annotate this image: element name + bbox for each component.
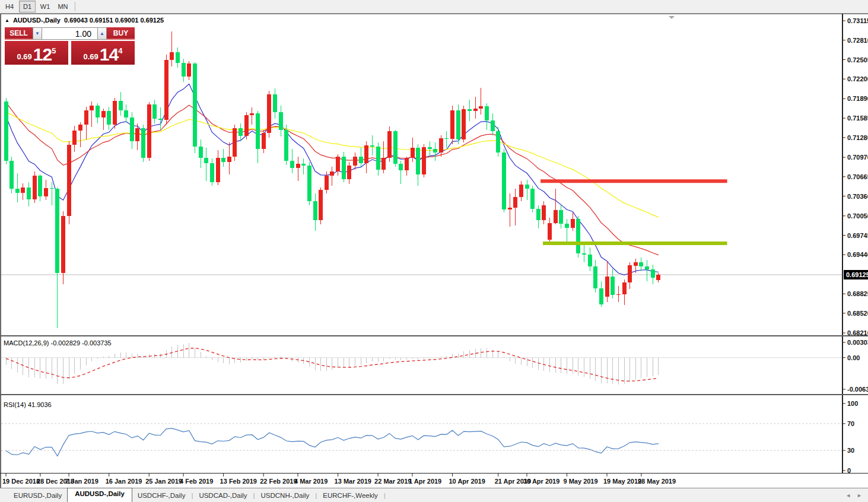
bid-price-pip: 5 [52, 41, 56, 61]
svg-text:0.73115: 0.73115 [847, 17, 868, 24]
svg-text:13 Mar 2019: 13 Mar 2019 [335, 478, 371, 485]
tab-scroll-left-icon[interactable]: ◄ [845, 493, 851, 498]
svg-text:0.69440: 0.69440 [847, 251, 868, 258]
symbol-tab-audusd[interactable]: AUDUSD-,Daily [67, 488, 132, 502]
date-axis-labels[interactable]: 19 Dec 201828 Dec 20187 Jan 201916 Jan 2… [2, 474, 676, 485]
timeframe-button-d1[interactable]: D1 [19, 1, 36, 12]
svg-text:22 Mar 2019: 22 Mar 2019 [374, 478, 411, 485]
chart-title-row: ▲ AUDUSD-,Daily 0.69043 0.69151 0.69001 … [5, 17, 164, 24]
collapse-panel-icon[interactable]: ▲ [5, 18, 9, 23]
symbol-tab-eurchf[interactable]: EURCHF-,Weekly [317, 490, 383, 501]
symbol-tab-usdchf[interactable]: USDCHF-,Daily [132, 490, 191, 501]
tab-separator: | [384, 492, 386, 499]
chart-shift-marker-icon[interactable] [669, 16, 675, 19]
svg-text:4 Mar 2019: 4 Mar 2019 [294, 478, 328, 485]
volume-decrease-icon[interactable]: ▼ [33, 27, 42, 40]
svg-text:25 Jan 2019: 25 Jan 2019 [145, 478, 182, 485]
window-left-border [0, 14, 1, 488]
macd-pane-splitter[interactable] [0, 335, 868, 336]
svg-text:19 Dec 2018: 19 Dec 2018 [2, 478, 40, 485]
svg-text:-0.006311: -0.006311 [847, 386, 868, 393]
buy-button[interactable]: BUY [107, 27, 135, 40]
volume-increase-icon[interactable]: ▲ [97, 27, 107, 40]
svg-text:9 May 2019: 9 May 2019 [564, 478, 598, 485]
svg-text:0.71280: 0.71280 [847, 134, 868, 141]
bid-price-main: 12 [33, 46, 52, 63]
tab-separator: | [315, 492, 317, 499]
svg-text:0.70665: 0.70665 [847, 173, 868, 180]
date-axis-border [0, 473, 868, 474]
svg-text:10 Apr 2019: 10 Apr 2019 [449, 478, 485, 485]
price-axis-labels[interactable]: 0.731150.728100.725050.722000.718900.715… [842, 17, 868, 336]
svg-text:22 Feb 2019: 22 Feb 2019 [260, 478, 297, 485]
svg-text:19 May 2019: 19 May 2019 [603, 478, 641, 485]
rsi-line [6, 428, 659, 456]
rsi-indicator-label: RSI(14) 41.9036 [4, 401, 52, 408]
svg-text:30 Apr 2019: 30 Apr 2019 [523, 478, 559, 485]
symbol-tab-usdcad[interactable]: USDCAD-,Daily [193, 490, 252, 501]
svg-text:0.72200: 0.72200 [847, 75, 868, 82]
timeframe-toolbar: H4 D1 W1 MN [0, 0, 868, 14]
macd-axis-labels[interactable]: 0.0030350.00-0.006311 [842, 339, 868, 393]
symbol-tab-bar: EURUSD-,DailyAUDUSD-,DailyUSDCHF-,Daily|… [0, 488, 868, 502]
ask-price-prefix: 0.69 [84, 51, 98, 63]
svg-text:0.70970: 0.70970 [847, 154, 868, 161]
one-click-trading-panel: SELL ▼ ▲ BUY 0.69 12 5 0.69 14 4 [5, 27, 135, 65]
macd-indicator-label: MACD(12,26,9) -0.002829 -0.003735 [4, 339, 112, 347]
tab-separator: | [253, 492, 255, 499]
svg-text:0.72505: 0.72505 [847, 56, 868, 63]
svg-text:0.68825: 0.68825 [847, 290, 868, 297]
tab-scroll-right-icon[interactable]: ► [857, 493, 862, 498]
svg-text:0.70050: 0.70050 [847, 212, 868, 220]
timeframe-button-w1[interactable]: W1 [37, 1, 53, 12]
svg-text:0.69745: 0.69745 [847, 232, 868, 239]
tab-separator: | [191, 492, 193, 499]
svg-text:0.70360: 0.70360 [847, 193, 868, 200]
svg-text:0.69125: 0.69125 [846, 271, 868, 278]
svg-text:0.68520: 0.68520 [847, 310, 868, 317]
svg-text:70: 70 [847, 420, 854, 427]
sell-button[interactable]: SELL [5, 27, 33, 40]
ma-slow-line [6, 112, 659, 218]
svg-text:30: 30 [847, 447, 854, 454]
svg-text:0.00: 0.00 [847, 354, 860, 361]
current-price-axis-box: 0.69125 [844, 270, 868, 279]
svg-text:0.003035: 0.003035 [847, 339, 868, 346]
rsi-pane-splitter[interactable] [0, 394, 868, 395]
ask-price-pip: 4 [118, 41, 122, 61]
timeframe-button-h4[interactable]: H4 [1, 1, 18, 12]
svg-text:7 Jan 2019: 7 Jan 2019 [65, 478, 98, 485]
tab-scroll-arrows: ◄ ► [845, 493, 862, 498]
price-axis-border [842, 14, 843, 473]
chart-canvas[interactable]: 0.731150.728100.725050.722000.718900.715… [0, 0, 868, 502]
svg-text:13 Feb 2019: 13 Feb 2019 [220, 478, 257, 485]
chart-symbol-label: AUDUSD-,Daily [13, 17, 61, 24]
svg-text:0.71890: 0.71890 [847, 95, 868, 102]
timeframe-button-mn[interactable]: MN [55, 1, 71, 12]
svg-text:0.71585: 0.71585 [847, 115, 868, 122]
ask-price-main: 14 [100, 46, 118, 63]
svg-text:1 Apr 2019: 1 Apr 2019 [409, 478, 441, 485]
svg-text:0.72810: 0.72810 [847, 37, 868, 44]
volume-input[interactable] [42, 27, 97, 40]
macd-histogram [6, 343, 659, 385]
bid-price-box[interactable]: 0.69 12 5 [5, 41, 68, 65]
symbol-tab-usdcnh[interactable]: USDCNH-,Daily [256, 490, 315, 501]
chart-ohlc-values: 0.69043 0.69151 0.69001 0.69125 [64, 17, 164, 24]
ask-price-box[interactable]: 0.69 14 4 [71, 41, 135, 65]
toolbar-separator [75, 2, 75, 11]
rsi-axis-labels[interactable]: 10070300 [842, 400, 858, 474]
svg-text:28 May 2019: 28 May 2019 [638, 478, 676, 485]
symbol-tab-eurusd[interactable]: EURUSD-,Daily [8, 490, 67, 501]
svg-text:100: 100 [847, 400, 858, 407]
svg-text:4 Feb 2019: 4 Feb 2019 [180, 478, 213, 485]
svg-text:16 Jan 2019: 16 Jan 2019 [106, 478, 142, 485]
bid-price-prefix: 0.69 [17, 51, 32, 63]
